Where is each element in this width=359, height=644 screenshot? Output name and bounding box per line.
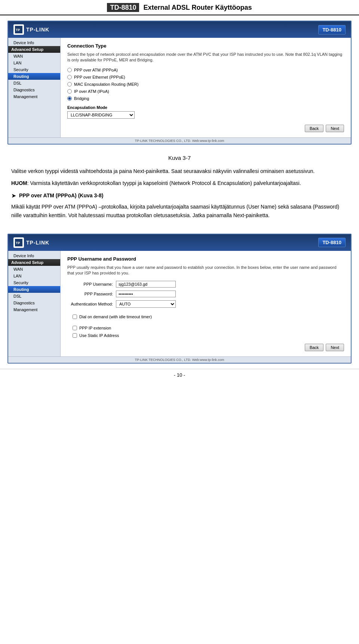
encapsulation-group: Encapsulation Mode LLC/SNAP-BRIDGING [67, 105, 344, 119]
encapsulation-select[interactable]: LLC/SNAP-BRIDGING [67, 111, 135, 119]
radio-bridging[interactable]: Bridging [67, 96, 344, 101]
bullet-arrow: ➤ [11, 191, 16, 201]
sidebar-item-management-2[interactable]: Management [8, 306, 60, 313]
sidebar-item-deviceinfo-1[interactable]: Device Info [8, 39, 60, 46]
sidebar-item-advancedsetup-1[interactable]: Advanced Setup [8, 46, 60, 53]
caption: Kuva 3-7 [11, 154, 348, 162]
username-label: PPP Username: [67, 282, 116, 286]
radio-pppoe[interactable]: PPP over Ethernet (PPPoE) [67, 75, 344, 79]
tp-link-logo-text-2: TP-LINK [26, 240, 49, 246]
encapsulation-label: Encapsulation Mode [67, 105, 344, 110]
next-button-2[interactable]: Next [326, 344, 344, 351]
auth-select[interactable]: AUTO [116, 300, 176, 308]
sidebar-item-management-1[interactable]: Management [8, 93, 60, 100]
router-main-2: PPP Username and Password PPP usually re… [61, 251, 351, 356]
router-topbar-2: TP TP-LINK TD-8810 [8, 234, 351, 251]
sidebar-item-advancedsetup-2[interactable]: Advanced Setup [8, 259, 60, 266]
username-row: PPP Username: [67, 281, 344, 288]
checkbox-dialon-label: Dial on demand (with idle timeout timer) [79, 315, 152, 319]
radio-pppoa[interactable]: PPP over ATM (PPPoA) [67, 68, 344, 72]
radio-mer[interactable]: MAC Encapsulation Routing (MER) [67, 82, 344, 86]
back-button-1[interactable]: Back [305, 125, 323, 132]
router-sidebar-2: Device Info Advanced Setup WAN LAN Secur… [8, 251, 61, 356]
button-row-2: Back Next [67, 344, 344, 351]
ppp-title: PPP Username and Password [67, 256, 344, 262]
bullet-section: ➤ PPP over ATM (PPPoA) (Kuva 3-8) Mikäli… [11, 191, 348, 219]
router-body-2: Device Info Advanced Setup WAN LAN Secur… [8, 251, 351, 356]
router-body-1: Device Info Advanced Setup WAN LAN Secur… [8, 38, 351, 137]
password-label: PPP Password: [67, 292, 116, 296]
connection-type-desc: Select the type of network protocol and … [67, 52, 344, 63]
checkbox-staticip-label: Use Static IP Address [79, 333, 119, 338]
password-input[interactable] [116, 291, 176, 297]
password-row: PPP Password: [67, 291, 344, 297]
page-text: Kuva 3-7 Valitse verkon tyyppi viidestä … [0, 150, 359, 228]
sidebar-item-diagnostics-2[interactable]: Diagnostics [8, 300, 60, 306]
sidebar-item-routing-1[interactable]: Routing [8, 73, 60, 80]
checkbox-staticip-input[interactable] [73, 333, 77, 338]
sidebar-item-security-1[interactable]: Security [8, 66, 60, 73]
sidebar-item-deviceinfo-2[interactable]: Device Info [8, 252, 60, 259]
router-model-badge-2: TD-8810 [318, 238, 346, 247]
checkbox-dialon[interactable]: Dial on demand (with idle timeout timer) [73, 315, 344, 319]
sidebar-item-lan-2[interactable]: LAN [8, 273, 60, 279]
page-header: TD-8810 External ADSL Router Käyttöopas [0, 0, 359, 15]
svg-text:TP: TP [16, 28, 20, 32]
screenshot2: TP TP-LINK TD-8810 Device Info Advanced … [7, 234, 352, 364]
sidebar-item-lan-1[interactable]: LAN [8, 60, 60, 66]
sidebar-item-diagnostics-1[interactable]: Diagnostics [8, 86, 60, 93]
sidebar-item-dsl-2[interactable]: DSL [8, 293, 60, 300]
sidebar-item-wan-1[interactable]: WAN [8, 53, 60, 60]
screenshot1: TP TP-LINK TD-8810 Device Info Advanced … [7, 21, 352, 145]
page-title: External ADSL Router Käyttöopas [143, 4, 252, 11]
sidebar-item-routing-2[interactable]: Routing [8, 286, 60, 293]
sidebar-item-dsl-1[interactable]: DSL [8, 80, 60, 86]
huom-label: HUOM [11, 180, 27, 186]
next-button-1[interactable]: Next [326, 125, 344, 132]
back-button-2[interactable]: Back [305, 344, 323, 351]
router-main-1: Connection Type Select the type of netwo… [61, 38, 351, 137]
router-footer-1: TP-LINK TECHNOLOGIES CO., LTD. Web:www.t… [8, 137, 351, 144]
auth-row: Authentication Method: AUTO [67, 300, 344, 308]
paragraph2-text: : Varmista käytettävän verkkoprotokollan… [27, 180, 301, 186]
ppp-desc: PPP usually requires that you have a use… [67, 265, 344, 276]
paragraph1: Valitse verkon tyyppi viidestä vaihtoehd… [11, 167, 348, 175]
bullet-text: Mikäli käytät PPP over ATM (PPPoA) –prot… [11, 203, 348, 219]
username-input[interactable] [116, 281, 176, 288]
model-badge: TD-8810 [107, 3, 139, 12]
checkbox-dialon-input[interactable] [73, 315, 77, 319]
tp-link-icon-1: TP [13, 24, 24, 35]
router-model-badge-1: TD-8810 [318, 25, 346, 34]
svg-text:TP: TP [16, 241, 20, 245]
checkbox-pppip-input[interactable] [73, 326, 77, 330]
checkbox-pppip[interactable]: PPP IP extension [73, 326, 344, 330]
tp-link-logo-text-1: TP-LINK [26, 27, 49, 33]
router-topbar-1: TP TP-LINK TD-8810 [8, 21, 351, 38]
paragraph2: HUOM: Varmista käytettävän verkkoprotoko… [11, 179, 348, 187]
button-row-1: Back Next [67, 125, 344, 132]
sidebar-item-security-2[interactable]: Security [8, 279, 60, 286]
router-logo-2: TP TP-LINK [13, 237, 49, 248]
router-logo-1: TP TP-LINK [13, 24, 49, 35]
router-footer-2: TP-LINK TECHNOLOGIES CO., LTD. Web:www.t… [8, 356, 351, 363]
bullet-header-text: PPP over ATM (PPPoA) (Kuva 3-8) [19, 191, 103, 200]
sidebar-item-wan-2[interactable]: WAN [8, 266, 60, 273]
connection-type-title: Connection Type [67, 43, 344, 49]
auth-label: Authentication Method: [67, 302, 116, 306]
checkbox-pppip-label: PPP IP extension [79, 326, 111, 330]
tp-link-icon-2: TP [13, 237, 24, 248]
router-sidebar-1: Device Info Advanced Setup WAN LAN Secur… [8, 38, 61, 137]
radio-ipoa[interactable]: IP over ATM (IPoA) [67, 89, 344, 94]
checkbox-staticip[interactable]: Use Static IP Address [73, 333, 344, 338]
page-footer: - 10 - [0, 369, 359, 381]
